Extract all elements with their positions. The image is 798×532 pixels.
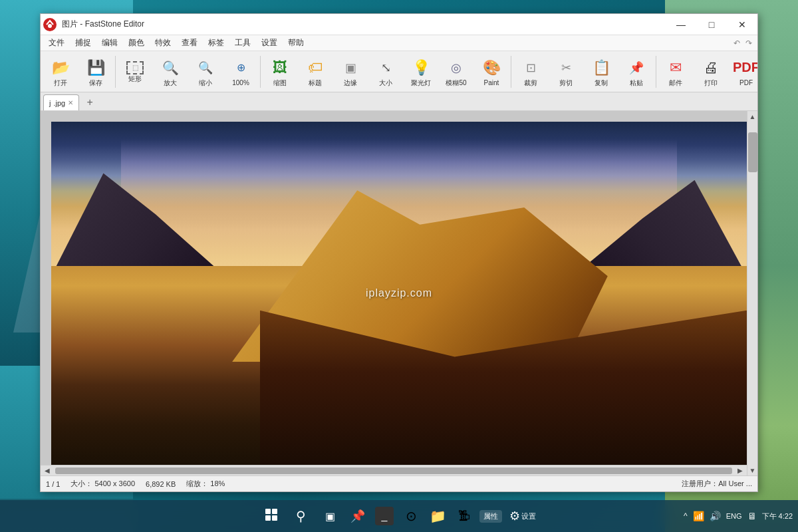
tab-add-button[interactable]: + xyxy=(82,94,98,110)
email-label: 邮件 xyxy=(669,80,682,86)
menu-edit[interactable]: 编辑 xyxy=(96,36,123,50)
zoomout-icon: 🔍 xyxy=(195,57,216,78)
tray-up-arrow[interactable]: ^ xyxy=(684,511,688,521)
toolbar-zoomout-button[interactable]: 🔍 缩小 xyxy=(188,53,223,90)
toolbar-zoomin-button[interactable]: 🔍 放大 xyxy=(153,53,188,90)
paint-label: Paint xyxy=(484,80,499,86)
open-icon: 📂 xyxy=(50,57,71,78)
properties-button[interactable]: 属性 xyxy=(479,504,503,528)
tab-search-input[interactable] xyxy=(98,97,138,110)
menu-color[interactable]: 颜色 xyxy=(123,36,150,50)
lang-indicator[interactable]: ENG xyxy=(726,512,742,520)
tab-1[interactable]: j .jpg ✕ xyxy=(43,94,79,110)
tab-1-label: j xyxy=(49,99,51,107)
search-button[interactable]: ⚲ xyxy=(287,503,314,529)
minimize-button[interactable]: — xyxy=(666,14,696,35)
zip-button[interactable]: 🗜 xyxy=(452,504,476,528)
redo-button[interactable]: ↷ xyxy=(745,39,752,48)
toolbar-pdf-button[interactable]: PDF PDF xyxy=(729,53,757,90)
taskbar: ⚲ ▣ 📌 _ ⊙ 📁 🗜 属性 ⚙ 设置 xyxy=(0,500,798,532)
separator-4 xyxy=(656,56,656,88)
explorer-button[interactable]: 📁 xyxy=(426,504,450,528)
menu-settings[interactable]: 设置 xyxy=(256,36,283,50)
toolbar-resize-button[interactable]: ⤡ 大小 xyxy=(368,53,403,90)
toolbar-paint-button[interactable]: 🎨 Paint xyxy=(474,53,509,90)
svg-rect-4 xyxy=(265,515,271,521)
svg-rect-3 xyxy=(272,509,277,514)
blur-label: 模糊50 xyxy=(446,80,466,86)
paste-icon: 📌 xyxy=(626,57,647,78)
zoomfit-icon: ⊕ xyxy=(230,57,251,78)
chrome-button[interactable]: ⊙ xyxy=(399,504,423,528)
separator-2 xyxy=(260,56,261,88)
pin-button[interactable]: 📌 xyxy=(346,504,370,528)
toolbar-cut-button[interactable]: ✂ 剪切 xyxy=(549,53,583,90)
edge-label: 边缘 xyxy=(344,80,357,86)
toolbar-crop-button[interactable]: ⊡ 裁剪 xyxy=(513,53,548,90)
settings-button[interactable]: ⚙ 设置 xyxy=(505,504,540,528)
window-controls: — □ ✕ xyxy=(666,14,757,35)
statusbar: 1 / 1 大小： 5400 x 3600 6,892 KB 缩放： 18% 注… xyxy=(41,475,757,491)
toolbar-open-button[interactable]: 📂 打开 xyxy=(43,53,78,90)
toolbar-email-button[interactable]: ✉ 邮件 xyxy=(658,53,693,90)
resize-label: 大小 xyxy=(379,80,392,86)
toolbar-paste-button[interactable]: 📌 粘贴 xyxy=(619,53,654,90)
svg-rect-5 xyxy=(272,515,277,521)
tag-icon: 🏷 xyxy=(305,57,326,78)
terminal-button[interactable]: _ xyxy=(372,504,396,528)
menu-help[interactable]: 帮助 xyxy=(283,36,309,50)
tab-1-close[interactable]: ✕ xyxy=(68,99,73,106)
toolbar-rect-button[interactable]: ⬚ 矩形 xyxy=(118,53,152,90)
toolbar-save-button[interactable]: 💾 保存 xyxy=(78,53,113,90)
toolbar-copy-button[interactable]: 📋 复制 xyxy=(584,53,618,90)
pin-icon: 📌 xyxy=(350,509,365,523)
crop-icon: ⊡ xyxy=(520,57,541,78)
maximize-button[interactable]: □ xyxy=(696,14,727,35)
paint-icon: 🎨 xyxy=(481,57,502,78)
scroll-thumb-v[interactable] xyxy=(748,132,757,172)
status-filesize: 6,892 KB xyxy=(146,480,176,488)
thumb-label: 缩图 xyxy=(273,80,287,86)
menu-tools[interactable]: 工具 xyxy=(229,36,256,50)
zoomfit-label: 100% xyxy=(232,80,249,86)
network-icon[interactable]: 📶 xyxy=(693,511,704,521)
explorer-icon: 📁 xyxy=(430,508,446,524)
taskbar-center: ⚲ ▣ 📌 _ ⊙ 📁 🗜 属性 ⚙ 设置 xyxy=(258,503,540,529)
scroll-right-arrow[interactable]: ▶ xyxy=(735,466,745,476)
cut-icon: ✂ xyxy=(555,57,577,78)
display-icon[interactable]: 🖥 xyxy=(747,511,757,521)
close-button[interactable]: ✕ xyxy=(727,14,757,35)
menu-capture[interactable]: 捕捉 xyxy=(70,36,96,50)
scrollbar-vertical[interactable]: ▲ ▼ xyxy=(747,111,757,475)
toolbar-blur-button[interactable]: ◎ 模糊50 xyxy=(439,53,473,90)
menu-view[interactable]: 查看 xyxy=(176,36,203,50)
toolbar-tag-button[interactable]: 🏷 标题 xyxy=(298,53,332,90)
toolbar-print-button[interactable]: 🖨 打印 xyxy=(694,53,728,90)
menu-effect[interactable]: 特效 xyxy=(150,36,176,50)
scroll-down-arrow[interactable]: ▼ xyxy=(747,465,758,475)
volume-icon[interactable]: 🔊 xyxy=(710,511,721,521)
scroll-up-arrow[interactable]: ▲ xyxy=(747,111,758,122)
menu-file[interactable]: 文件 xyxy=(43,36,70,50)
start-button[interactable] xyxy=(258,503,285,529)
toolbar-zoomfit-button[interactable]: ⊕ 100% xyxy=(223,53,258,90)
scroll-left-arrow[interactable]: ◀ xyxy=(42,466,53,476)
properties-label: 属性 xyxy=(479,510,502,523)
print-icon: 🖨 xyxy=(700,57,722,78)
toolbar-thumb-button[interactable]: 🖼 缩图 xyxy=(263,53,297,90)
scrollbar-horizontal[interactable]: ◀ ▶ xyxy=(41,465,747,475)
edge-icon: ▣ xyxy=(340,57,361,78)
time-text: 下午 4:22 xyxy=(762,512,793,520)
status-user: 注册用户：All User ... xyxy=(682,479,752,489)
image-canvas: iplayzip.com xyxy=(51,122,747,465)
search-icon: ⚲ xyxy=(296,508,306,524)
toolbar-light-button[interactable]: 💡 聚光灯 xyxy=(404,53,438,90)
toolbar-edge-button[interactable]: ▣ 边缘 xyxy=(333,53,368,90)
light-label: 聚光灯 xyxy=(411,80,431,86)
email-icon: ✉ xyxy=(665,57,686,78)
taskview-button[interactable]: ▣ xyxy=(317,503,343,529)
undo-button[interactable]: ↶ xyxy=(733,39,740,48)
window-title: 图片 - FastStone Editor xyxy=(59,19,666,30)
menu-tag[interactable]: 标签 xyxy=(203,36,229,50)
zoomout-label: 缩小 xyxy=(199,80,212,86)
